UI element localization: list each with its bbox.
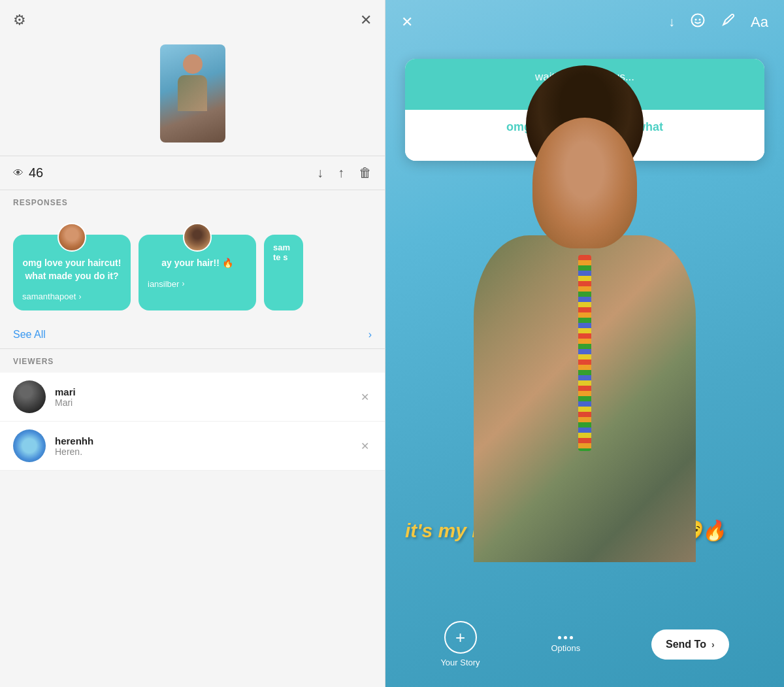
story-close-icon[interactable]: ✕ (401, 14, 413, 31)
avatar-mari (13, 380, 46, 413)
response-username-2: iansilber › (148, 279, 247, 289)
story-download-icon[interactable]: ↓ (668, 14, 675, 29)
settings-icon[interactable]: ⚙ (13, 12, 26, 29)
chevron-right-icon-2: › (182, 279, 184, 288)
story-thumbnail-container (0, 38, 385, 156)
story-pen-icon[interactable] (721, 13, 735, 31)
dot-2 (564, 636, 567, 639)
avatar-samantha (57, 223, 86, 252)
avatar-heren (13, 429, 46, 462)
story-actions: ↓ Aa (668, 13, 768, 31)
responses-container: omg love your haircut! what made you do … (0, 214, 385, 321)
options-label: Options (551, 643, 580, 653)
viewer-displayname-mari: Mari (55, 397, 358, 408)
share-icon[interactable]: ↑ (338, 165, 344, 180)
eye-icon: 👁 (13, 167, 24, 179)
story-text-icon[interactable]: Aa (751, 14, 768, 31)
viewer-username-mari: mari (55, 386, 358, 397)
viewer-username-heren: herenhh (55, 435, 358, 446)
response-username-1: samanthapoet › (22, 292, 122, 301)
stats-row: 👁 46 ↓ ↑ 🗑 (0, 156, 385, 190)
story-bottom-bar: + Your Story Options Send To › (385, 608, 784, 687)
views-count: 👁 46 (13, 165, 43, 180)
response-card-partial[interactable]: sam te s (264, 235, 303, 310)
person-beads (578, 255, 591, 451)
see-all-chevron-icon: › (368, 329, 372, 341)
response-text-1: omg love your haircut! what made you do … (22, 257, 122, 282)
your-story-label: Your Story (440, 658, 480, 667)
send-chevron-icon: › (711, 639, 715, 650)
download-icon[interactable]: ↓ (317, 165, 323, 180)
options-dots-icon (558, 636, 573, 639)
viewer-item-mari[interactable]: mari Mari ✕ (0, 373, 385, 422)
avatar-ian (183, 223, 212, 252)
see-all-row[interactable]: See All › (0, 321, 385, 348)
dot-1 (558, 636, 561, 639)
dismiss-mari-icon[interactable]: ✕ (358, 388, 372, 406)
right-panel: ✕ ↓ Aa waiting for the bus. (385, 0, 784, 687)
viewer-info-mari: mari Mari (55, 386, 358, 408)
story-thumbnail[interactable] (160, 44, 225, 142)
viewer-item-heren[interactable]: herenhh Heren. ✕ (0, 422, 385, 471)
viewer-info-heren: herenhh Heren. (55, 435, 358, 457)
svg-point-2 (699, 19, 701, 21)
story-header: ✕ ↓ Aa (385, 0, 784, 41)
see-all-label: See All (13, 329, 46, 341)
thumbnail-person (176, 54, 209, 107)
dot-3 (570, 636, 573, 639)
send-to-button[interactable]: Send To › (651, 629, 729, 660)
your-story-button[interactable]: + Your Story (440, 621, 480, 667)
response-text-2: ay your hair!! 🔥 (148, 257, 247, 270)
response-text-partial: sam te s (273, 243, 294, 262)
action-icons: ↓ ↑ 🗑 (317, 165, 372, 180)
person-face (532, 118, 637, 248)
chevron-right-icon-1: › (78, 292, 81, 301)
responses-label: RESPONSES (0, 190, 385, 214)
viewer-displayname-heren: Heren. (55, 446, 358, 457)
views-number: 46 (29, 165, 43, 180)
dismiss-heren-icon[interactable]: ✕ (358, 437, 372, 455)
svg-point-0 (692, 14, 704, 27)
close-icon[interactable]: ✕ (360, 12, 372, 29)
options-button[interactable]: Options (551, 636, 580, 653)
delete-icon[interactable]: 🗑 (359, 165, 372, 180)
response-card-1[interactable]: omg love your haircut! what made you do … (13, 235, 131, 310)
left-panel: ⚙ ✕ 👁 46 ↓ ↑ 🗑 RESPONSES (0, 0, 385, 687)
svg-point-1 (695, 19, 697, 21)
response-card-2[interactable]: ay your hair!! 🔥 iansilber › (139, 235, 256, 310)
left-header: ⚙ ✕ (0, 0, 385, 38)
send-to-label: Send To (666, 639, 706, 650)
story-sticker-icon[interactable] (691, 13, 705, 31)
viewers-label: VIEWERS (0, 349, 385, 373)
add-to-story-icon: + (444, 621, 477, 654)
viewers-section: VIEWERS mari Mari ✕ herenhh Heren. ✕ (0, 349, 385, 687)
